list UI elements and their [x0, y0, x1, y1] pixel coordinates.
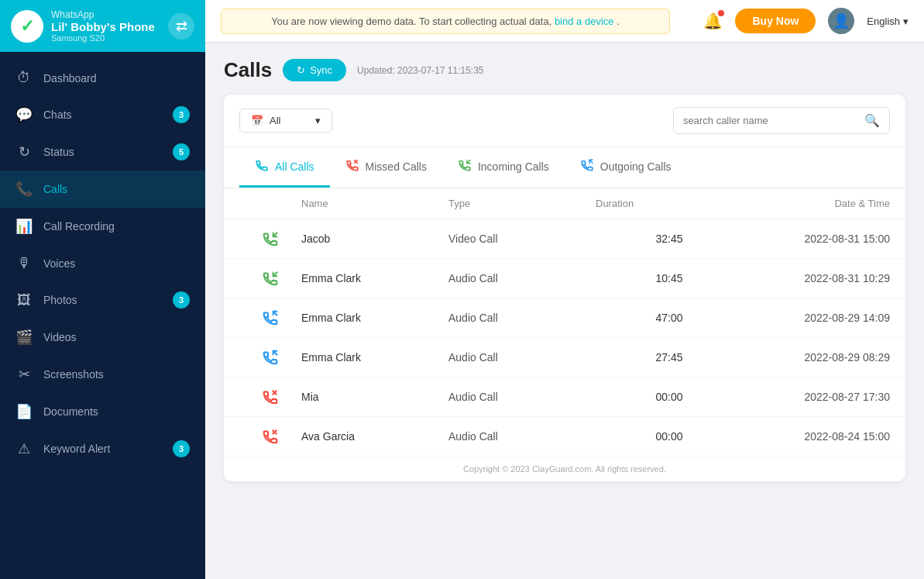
sidebar-item-screenshots[interactable]: ✂ Screenshots	[0, 356, 205, 393]
call-type-icon-incoming	[239, 230, 301, 247]
status-icon: ↻	[15, 143, 33, 160]
missed-calls-icon	[345, 158, 359, 174]
col-datetime: 2022-08-24 15:00	[743, 430, 890, 443]
call-type-icon-outgoing	[239, 309, 301, 326]
sidebar-item-label: Status	[43, 146, 162, 158]
col-name: Emma Clark	[301, 312, 448, 324]
search-input[interactable]	[683, 115, 858, 126]
sidebar-item-label: Photos	[43, 294, 162, 306]
whatsapp-logo: ✓	[11, 10, 43, 43]
table-row[interactable]: Ava Garcia Audio Call 00:00 2022-08-24 1…	[224, 417, 905, 457]
demo-message: You are now viewing demo data. To start …	[271, 16, 555, 27]
sidebar-header-text: WhatsApp Lil' Bobby's Phone Samsung S20	[51, 9, 160, 43]
col-duration: 32:45	[596, 233, 743, 245]
user-avatar[interactable]: 👤	[828, 8, 854, 34]
device-name: Lil' Bobby's Phone	[51, 20, 160, 33]
dashboard-icon: ⏱	[15, 70, 33, 86]
incoming-calls-icon	[458, 158, 472, 174]
filter-row: 📅 All ▾ 🔍	[224, 95, 905, 147]
col-name: Jacob	[301, 233, 448, 245]
col-type: Audio Call	[448, 312, 596, 324]
sidebar-item-calls[interactable]: 📞 Calls	[0, 171, 205, 208]
sidebar: ✓ WhatsApp Lil' Bobby's Phone Samsung S2…	[0, 0, 205, 579]
all-calls-icon	[255, 158, 269, 174]
table-row[interactable]: Mia Audio Call 00:00 2022-08-27 17:30	[224, 377, 905, 417]
table-row[interactable]: Jacob Video Call 32:45 2022-08-31 15:00	[224, 219, 905, 259]
col-datetime: 2022-08-29 14:09	[743, 312, 890, 324]
tab-missed-calls[interactable]: Missed Calls	[330, 147, 442, 188]
calls-table: Name Type Duration Date & Time Jacob	[224, 188, 905, 457]
call-type-icon-missed	[239, 428, 301, 445]
page-title: Calls	[224, 58, 272, 82]
topbar-right: 🔔 Buy Now 👤 English ▾	[703, 8, 909, 34]
chats-badge: 3	[173, 106, 190, 123]
sidebar-item-label: Voices	[43, 257, 190, 270]
col-type: Audio Call	[448, 391, 596, 403]
col-header-name: Name	[301, 198, 448, 209]
sidebar-item-voices[interactable]: 🎙 Voices	[0, 245, 205, 281]
sidebar-item-videos[interactable]: 🎬 Videos	[0, 319, 205, 356]
col-type: Audio Call	[448, 351, 596, 364]
sidebar-item-keyword-alert[interactable]: ⚠ Keyword Alert 3	[0, 430, 205, 467]
updated-timestamp: Updated: 2023-07-17 11:15:35	[357, 65, 483, 76]
status-badge: 5	[173, 143, 190, 160]
keyword-alert-icon: ⚠	[15, 440, 33, 457]
sidebar-item-chats[interactable]: 💬 Chats 3	[0, 96, 205, 133]
col-type: Audio Call	[448, 272, 596, 284]
calls-icon: 📞	[15, 181, 33, 198]
calls-card: 📅 All ▾ 🔍 All Calls	[224, 95, 905, 481]
col-name: Emma Clark	[301, 351, 448, 364]
notification-bell[interactable]: 🔔	[703, 12, 723, 30]
tab-all-calls-label: All Calls	[275, 160, 314, 173]
app-platform: WhatsApp	[51, 9, 160, 20]
sidebar-item-status[interactable]: ↻ Status 5	[0, 133, 205, 171]
table-row[interactable]: Emma Clark Audio Call 10:45 2022-08-31 1…	[224, 259, 905, 298]
col-duration: 27:45	[596, 351, 743, 364]
language-selector[interactable]: English ▾	[867, 16, 909, 27]
sidebar-item-call-recording[interactable]: 📊 Call Recording	[0, 208, 205, 245]
tab-incoming-calls-label: Incoming Calls	[478, 160, 549, 173]
table-row[interactable]: Emma Clark Audio Call 47:00 2022-08-29 1…	[224, 298, 905, 338]
tab-missed-calls-label: Missed Calls	[366, 160, 427, 173]
sidebar-header: ✓ WhatsApp Lil' Bobby's Phone Samsung S2…	[0, 0, 205, 52]
main-content: You are now viewing demo data. To start …	[205, 0, 924, 579]
date-filter[interactable]: 📅 All ▾	[239, 109, 332, 133]
tab-outgoing-calls-label: Outgoing Calls	[600, 160, 672, 173]
col-type: Video Call	[448, 233, 596, 245]
buy-now-button[interactable]: Buy Now	[735, 9, 816, 33]
page-content: Calls ↻ Sync Updated: 2023-07-17 11:15:3…	[205, 43, 924, 579]
transfer-icon[interactable]: ⇄	[168, 13, 194, 40]
tab-outgoing-calls[interactable]: Outgoing Calls	[565, 147, 687, 188]
col-name: Ava Garcia	[301, 430, 448, 443]
demo-period: .	[617, 16, 620, 27]
sidebar-item-label: Dashboard	[43, 72, 190, 84]
call-type-icon-incoming	[239, 270, 301, 287]
bind-device-link[interactable]: bind a device	[555, 16, 614, 27]
col-name: Mia	[301, 391, 448, 403]
col-duration: 47:00	[596, 312, 743, 324]
sidebar-item-photos[interactable]: 🖼 Photos 3	[0, 281, 205, 319]
tab-incoming-calls[interactable]: Incoming Calls	[442, 147, 565, 188]
col-datetime: 2022-08-31 15:00	[743, 233, 890, 245]
col-duration: 00:00	[596, 391, 743, 403]
device-model: Samsung S20	[51, 33, 160, 43]
voices-icon: 🎙	[15, 255, 33, 271]
col-header-icon	[239, 198, 301, 209]
footer-copyright: Copyright © 2023 ClayGuard.com. All righ…	[224, 457, 905, 481]
sidebar-item-label: Calls	[43, 183, 190, 195]
documents-icon: 📄	[15, 403, 33, 420]
col-duration: 10:45	[596, 272, 743, 284]
date-filter-label: All	[270, 115, 280, 126]
call-type-icon-missed	[239, 388, 301, 405]
tab-all-calls[interactable]: All Calls	[239, 147, 330, 188]
col-header-duration: Duration	[596, 198, 743, 209]
sync-button[interactable]: ↻ Sync	[283, 59, 346, 81]
table-row[interactable]: Emma Clark Audio Call 27:45 2022-08-29 0…	[224, 338, 905, 377]
videos-icon: 🎬	[15, 329, 33, 346]
sidebar-item-dashboard[interactable]: ⏱ Dashboard	[0, 60, 205, 96]
notification-dot	[718, 10, 724, 16]
demo-banner: You are now viewing demo data. To start …	[221, 9, 670, 34]
chats-icon: 💬	[15, 106, 33, 123]
search-box: 🔍	[673, 107, 890, 134]
sidebar-item-documents[interactable]: 📄 Documents	[0, 393, 205, 430]
